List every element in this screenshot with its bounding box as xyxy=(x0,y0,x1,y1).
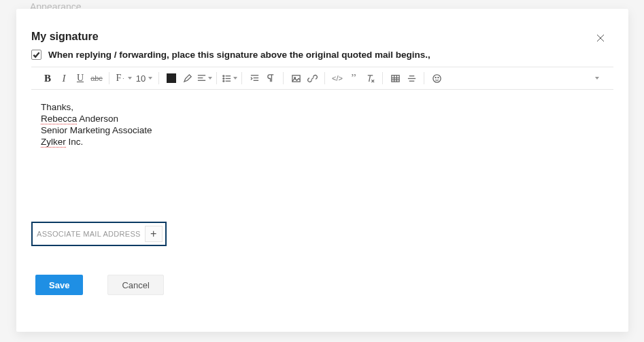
svg-point-5 xyxy=(222,75,224,76)
svg-point-9 xyxy=(222,80,224,82)
font-label: F xyxy=(116,73,121,84)
associate-mail-highlight: ASSOCIATE MAIL ADDRESS + xyxy=(31,222,167,246)
reply-option-row: When replying / forwarding, place this s… xyxy=(31,50,613,60)
indent-icon xyxy=(250,73,260,84)
check-icon xyxy=(33,51,40,58)
reply-checkbox-label: When replying / forwarding, place this s… xyxy=(48,50,430,60)
close-button[interactable] xyxy=(593,31,608,46)
insert-table-button[interactable] xyxy=(387,70,403,86)
table-icon xyxy=(390,73,401,84)
image-icon xyxy=(291,73,301,84)
direction-button[interactable] xyxy=(262,70,279,86)
font-size-value: 10 xyxy=(136,73,146,84)
toolbar-separator xyxy=(324,72,325,84)
bullet-list-icon xyxy=(222,73,232,84)
insert-link-button[interactable] xyxy=(304,70,320,86)
toolbar-separator xyxy=(424,72,424,84)
highlight-icon xyxy=(183,73,193,84)
clear-format-button[interactable] xyxy=(362,70,378,86)
emoji-button[interactable] xyxy=(428,70,445,86)
toolbar-separator xyxy=(382,72,383,84)
modal-actions: Save Cancel xyxy=(35,275,613,295)
chevron-down-icon xyxy=(595,77,599,80)
toolbar-separator xyxy=(158,72,159,84)
editor-line: Senior Marketing Associate xyxy=(41,125,604,137)
underline-button[interactable]: U xyxy=(72,70,88,86)
paragraph-icon xyxy=(266,73,276,84)
editor-line: Thanks, xyxy=(41,102,604,114)
font-family-dropdown[interactable]: F· xyxy=(114,70,134,86)
editor-toolbar: B I U abc F· 10 xyxy=(31,67,613,90)
italic-button[interactable]: I xyxy=(56,70,72,86)
associate-mail-add-button[interactable]: + xyxy=(145,226,163,242)
align-dropdown[interactable] xyxy=(196,70,212,86)
signature-editor[interactable]: Thanks, Rebecca Anderson Senior Marketin… xyxy=(31,90,613,219)
bold-button[interactable]: B xyxy=(39,70,56,86)
link-icon xyxy=(307,73,318,84)
svg-rect-16 xyxy=(391,75,399,81)
insert-image-button[interactable] xyxy=(288,70,304,86)
associate-mail-label: ASSOCIATE MAIL ADDRESS xyxy=(35,226,145,242)
indent-button[interactable] xyxy=(246,70,262,86)
signature-modal: My signature When replying / forwarding,… xyxy=(16,9,628,332)
close-icon xyxy=(596,34,605,42)
align-left-icon xyxy=(197,73,207,84)
editor-line: Rebecca Anderson xyxy=(41,114,604,125)
list-dropdown[interactable] xyxy=(221,70,237,86)
text-color-button[interactable] xyxy=(163,70,180,86)
save-button[interactable]: Save xyxy=(35,275,83,295)
strikethrough-button[interactable]: abc xyxy=(88,70,105,86)
smile-icon xyxy=(432,73,442,84)
editor-line: Zylker Inc. xyxy=(41,137,604,148)
horizontal-rule-icon xyxy=(407,73,417,84)
plus-icon: + xyxy=(150,228,156,240)
chevron-down-icon xyxy=(208,77,212,80)
svg-point-7 xyxy=(222,78,224,79)
cancel-button[interactable]: Cancel xyxy=(107,275,163,295)
associate-section: ASSOCIATE MAIL ADDRESS + xyxy=(31,222,613,246)
font-size-dropdown[interactable]: 10 xyxy=(134,70,154,86)
toolbar-separator xyxy=(109,72,109,84)
toolbar-more-dropdown[interactable] xyxy=(589,70,605,86)
chevron-down-icon xyxy=(233,77,237,80)
toolbar-separator xyxy=(216,72,217,84)
insert-hr-button[interactable] xyxy=(403,70,420,86)
svg-point-25 xyxy=(435,77,436,78)
svg-point-26 xyxy=(437,77,438,78)
blockquote-button[interactable]: ” xyxy=(345,70,362,86)
highlight-button[interactable] xyxy=(180,70,196,86)
svg-point-24 xyxy=(433,74,440,82)
clear-format-icon xyxy=(365,73,375,84)
reply-checkbox[interactable] xyxy=(31,50,41,60)
toolbar-separator xyxy=(241,72,242,84)
toolbar-separator xyxy=(283,72,284,84)
modal-title: My signature xyxy=(31,31,613,43)
color-swatch-icon xyxy=(167,73,176,83)
insert-html-button[interactable]: </> xyxy=(329,70,345,86)
chevron-down-icon xyxy=(128,77,132,80)
chevron-down-icon xyxy=(148,77,152,80)
